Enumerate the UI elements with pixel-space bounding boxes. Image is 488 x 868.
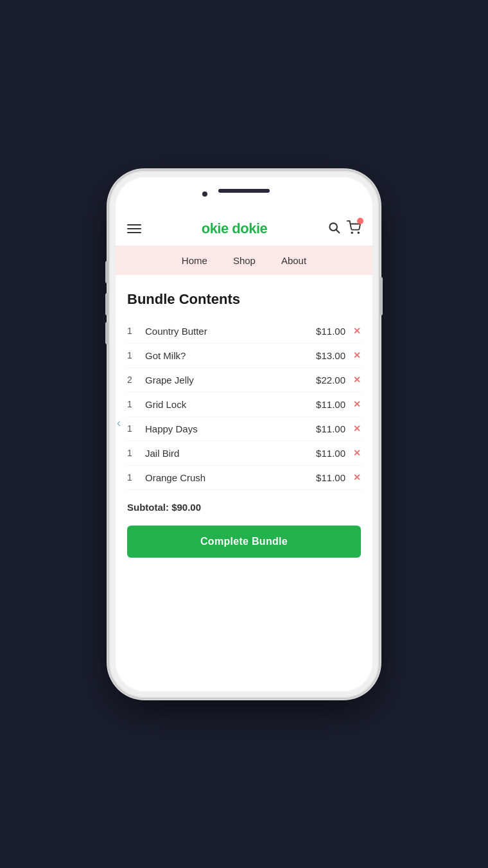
item-price-1: $13.00	[316, 350, 345, 361]
app-logo: okie dokie	[202, 220, 268, 237]
item-name-3: Grid Lock	[145, 399, 316, 410]
item-qty-3: 1	[127, 399, 140, 409]
bundle-item-3: 1 Grid Lock $11.00 ✕	[127, 393, 361, 417]
svg-line-1	[336, 229, 340, 233]
item-price-0: $11.00	[316, 326, 345, 337]
front-camera	[202, 191, 207, 197]
remove-item-5[interactable]: ✕	[353, 448, 361, 457]
item-qty-6: 1	[127, 472, 140, 483]
item-qty-5: 1	[127, 448, 140, 458]
complete-bundle-button[interactable]: Complete Bundle	[127, 526, 361, 558]
bundle-item-5: 1 Jail Bird $11.00 ✕	[127, 441, 361, 466]
item-qty-0: 1	[127, 326, 140, 336]
item-name-6: Orange Crush	[145, 472, 316, 483]
cart-badge	[357, 218, 363, 224]
bundle-title: Bundle Contents	[127, 291, 361, 308]
item-name-1: Got Milk?	[145, 350, 316, 361]
nav-item-about[interactable]: About	[281, 255, 306, 266]
item-qty-4: 1	[127, 423, 140, 434]
logo-text: okie dokie	[202, 220, 268, 236]
item-price-4: $11.00	[316, 423, 345, 434]
search-button[interactable]	[327, 221, 340, 237]
item-qty-1: 1	[127, 350, 140, 360]
phone-frame: okie dokie	[109, 171, 379, 698]
bundle-item-4: 1 Happy Days $11.00 ✕	[127, 417, 361, 441]
cart-button[interactable]	[347, 220, 361, 238]
nav-item-home[interactable]: Home	[182, 255, 207, 266]
nav-item-shop[interactable]: Shop	[233, 255, 256, 266]
item-price-3: $11.00	[316, 399, 345, 410]
header-action-icons	[327, 220, 361, 238]
remove-item-0[interactable]: ✕	[353, 326, 361, 335]
bundle-item-1: 1 Got Milk? $13.00 ✕	[127, 344, 361, 368]
hamburger-line-2	[127, 228, 141, 229]
bundle-items-list: 1 Country Butter $11.00 ✕ 1 Got Milk? $1…	[127, 319, 361, 490]
hamburger-line-1	[127, 224, 141, 226]
item-name-2: Grape Jelly	[145, 375, 316, 385]
bundle-item-0: 1 Country Butter $11.00 ✕	[127, 319, 361, 344]
svg-point-2	[351, 232, 353, 233]
item-qty-2: 2	[127, 375, 140, 385]
hamburger-line-3	[127, 232, 141, 233]
item-name-5: Jail Bird	[145, 448, 316, 459]
remove-item-3[interactable]: ✕	[353, 400, 361, 409]
remove-item-4[interactable]: ✕	[353, 424, 361, 433]
bundle-item-6: 1 Orange Crush $11.00 ✕	[127, 466, 361, 490]
main-content: ‹ Bundle Contents 1 Country Butter $11.0…	[116, 275, 372, 571]
back-arrow-hint: ‹	[117, 416, 121, 429]
item-price-6: $11.00	[316, 472, 345, 483]
speaker	[218, 189, 270, 193]
navigation-bar: Home Shop About	[116, 246, 372, 275]
item-name-0: Country Butter	[145, 326, 316, 337]
subtotal-row: Subtotal: $90.00	[127, 502, 361, 513]
app-header: okie dokie	[116, 213, 372, 246]
svg-point-3	[358, 232, 359, 233]
subtotal-label: Subtotal:	[127, 502, 171, 513]
app-content: okie dokie	[116, 213, 372, 691]
remove-item-6[interactable]: ✕	[353, 473, 361, 482]
item-price-2: $22.00	[316, 375, 345, 385]
remove-item-2[interactable]: ✕	[353, 375, 361, 384]
item-price-5: $11.00	[316, 448, 345, 459]
hamburger-menu-button[interactable]	[127, 224, 141, 233]
subtotal-value: $90.00	[171, 502, 201, 513]
remove-item-1[interactable]: ✕	[353, 351, 361, 360]
phone-screen: okie dokie	[116, 177, 372, 691]
bundle-item-2: 2 Grape Jelly $22.00 ✕	[127, 368, 361, 393]
item-name-4: Happy Days	[145, 423, 316, 434]
phone-notch	[116, 177, 372, 213]
